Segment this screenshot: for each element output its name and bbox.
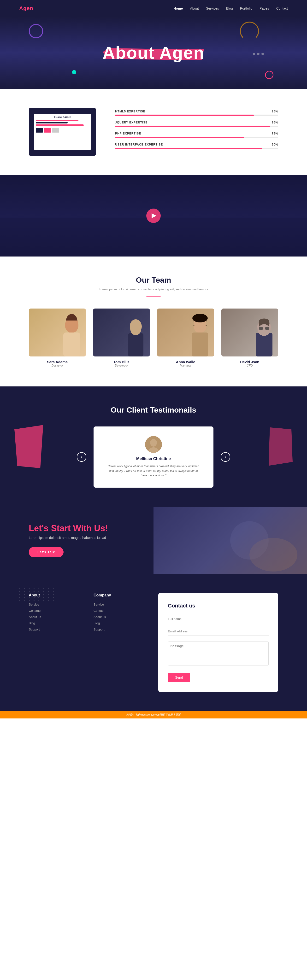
skill-html5-bar-fill [115, 115, 254, 116]
team-member-4: Devid Json CFO [221, 309, 278, 367]
footer-company-links: Service Contact About us Blog Support [94, 602, 144, 632]
skill-ui-label: USER INTERFACE EXPERTISE [115, 143, 163, 146]
svg-rect-6 [192, 332, 208, 356]
footer-about-links: Service Conatact About us Blog Support [29, 602, 79, 632]
mockup-bar-1 [36, 119, 78, 121]
footer-company-aboutus[interactable]: About us [94, 615, 106, 619]
team-role-1: Designer [29, 364, 86, 367]
skill-html5-label: HTML5 EXPERTISE [115, 110, 145, 113]
footer-company-contact[interactable]: Contact [94, 609, 104, 612]
footer-company-service[interactable]: Service [94, 603, 104, 606]
svg-point-18 [250, 538, 297, 571]
nav-links: Home About Services Blog Portfolio Pages… [173, 6, 288, 11]
about-skills: HTML5 EXPERTISE 85% JQUERY EXPERTISE 95%… [115, 110, 278, 154]
contact-form: Contact us Send [158, 593, 278, 692]
team-role-3: Manager [157, 364, 214, 367]
nav-portfolio[interactable]: Portfolio [240, 6, 252, 10]
nav-about[interactable]: About [190, 6, 199, 10]
svg-rect-11 [259, 327, 263, 329]
testimonial-card: Mellissa Christine "Great work I got a l… [94, 426, 213, 488]
footer-about-support[interactable]: Support [29, 628, 40, 631]
team-grid: Sara Adams Designer Tom Bills Developer [29, 309, 278, 367]
footer-company-support[interactable]: Support [94, 628, 105, 631]
skill-ui-bar-fill [115, 148, 262, 149]
testi-brush-left [14, 425, 43, 468]
footer-about-blog[interactable]: Blog [29, 621, 35, 625]
skill-jquery: JQUERY EXPERTISE 95% [115, 121, 278, 127]
team-photo-sara [29, 309, 86, 356]
mockup-bar-3 [36, 124, 84, 126]
skill-php-percent: 79% [272, 132, 278, 135]
decor-circle-purple [29, 24, 43, 38]
footer-company-col: Company Service Contact About us Blog Su… [94, 593, 144, 633]
hero-title: About Agen [102, 43, 204, 62]
skill-jquery-percent: 95% [272, 121, 278, 124]
team-member-3: Anna Walle Manager [157, 309, 214, 367]
footer: // Generate dots About Service Conatact … [0, 574, 307, 711]
form-name-group [168, 615, 269, 623]
skill-php-bar-bg [115, 137, 278, 138]
team-name-4: Devid Json [221, 360, 278, 364]
logo-text: Agen [19, 5, 33, 11]
decor-dot-teal [72, 70, 76, 74]
decor-circle-orange [240, 22, 259, 41]
svg-rect-10 [256, 333, 272, 356]
team-photo-anna [157, 309, 214, 356]
logo[interactable]: Agen [19, 5, 33, 11]
team-section: Our Team Lorem ipsum dolor sit amet, con… [0, 256, 307, 387]
team-name-2: Tom Bills [93, 360, 150, 364]
cta-content: Let's Start With Us! Lorem ipsum dolor s… [29, 523, 108, 557]
skill-ui-percent: 90% [272, 143, 278, 146]
video-play-button[interactable] [146, 208, 161, 223]
svg-point-14 [150, 439, 157, 447]
nav-contact[interactable]: Contact [276, 6, 288, 10]
navbar: Agen Home About Services Blog Portfolio … [0, 0, 307, 17]
nav-pages[interactable]: Pages [259, 6, 269, 10]
team-subtitle: Lorem ipsum dolor sit amet, consectetur … [29, 288, 278, 291]
mockup-title: Creative Agency [36, 116, 89, 118]
testimonial-text: "Great work I got a lot more than what I… [108, 464, 199, 478]
cta-subtitle: Lorem ipsum dolor sit amet, magna habemu… [29, 536, 108, 539]
testimonials-section: Our Client Testimonails ‹ Mellissa Chris… [0, 387, 307, 507]
footer-company-blog[interactable]: Blog [94, 621, 100, 625]
skill-ui: USER INTERFACE EXPERTISE 90% [115, 143, 278, 149]
skill-ui-bar-bg [115, 148, 278, 149]
mockup-bar-2 [36, 122, 68, 124]
cta-bg-image [154, 507, 307, 574]
decor-circle-pink [265, 71, 274, 79]
team-divider [146, 296, 161, 296]
footer-about-contact[interactable]: Conatact [29, 609, 41, 612]
team-role-4: CFO [221, 364, 278, 367]
testimonial-next-button[interactable]: › [221, 452, 230, 462]
skill-html5-percent: 85% [272, 110, 278, 113]
nav-home[interactable]: Home [173, 6, 183, 10]
team-member-2: Tom Bills Developer [93, 309, 150, 367]
cta-section: Let's Start With Us! Lorem ipsum dolor s… [0, 507, 307, 574]
footer-dots-decor: // Generate dots [19, 588, 56, 601]
team-photo-tom [93, 309, 150, 356]
skill-jquery-bar-fill [115, 126, 270, 127]
cta-button[interactable]: Let's Talk [29, 547, 64, 557]
testimonial-prev-button[interactable]: ‹ [77, 452, 86, 462]
team-role-2: Developer [93, 364, 150, 367]
video-section [0, 175, 307, 256]
team-title: Our Team [29, 276, 278, 285]
skill-php-label: PHP EXPERTISE [115, 132, 141, 135]
contact-form-title: Contact us [168, 603, 269, 609]
footer-about-service[interactable]: Service [29, 603, 39, 606]
footer-about-aboutus[interactable]: About us [29, 615, 41, 619]
nav-blog[interactable]: Blog [226, 6, 233, 10]
about-section: Creative Agency HTML5 EXPERTISE 85% JQUE… [0, 89, 307, 175]
form-name-input[interactable] [168, 615, 269, 623]
hero-content: About Agen [102, 43, 204, 62]
form-message-textarea[interactable] [168, 641, 269, 665]
form-email-group [168, 627, 269, 636]
testi-brush-right [269, 428, 293, 466]
form-email-input[interactable] [168, 627, 269, 636]
hero-section: About Agen [0, 17, 307, 89]
nav-services[interactable]: Services [206, 6, 219, 10]
form-send-button[interactable]: Send [168, 673, 190, 682]
team-name-1: Sara Adams [29, 360, 86, 364]
team-photo-devid [221, 309, 278, 356]
testimonial-avatar [145, 436, 162, 453]
